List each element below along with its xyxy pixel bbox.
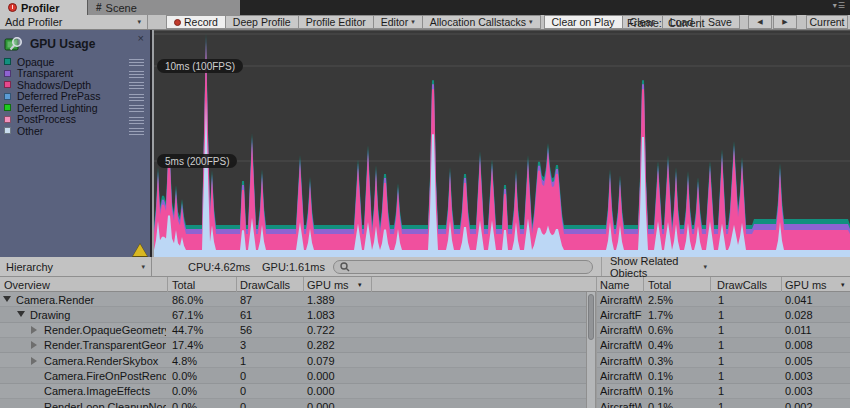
button-label: Record — [184, 16, 218, 28]
col-drawcalls[interactable]: DrawCalls — [240, 279, 290, 291]
search-field[interactable] — [333, 260, 593, 274]
clear-on-play-button[interactable]: Clear on Play — [544, 15, 623, 29]
legend-label: Other — [17, 125, 43, 137]
foldout-down-icon[interactable] — [17, 311, 25, 317]
col-drawcalls-right[interactable]: DrawCalls — [717, 279, 767, 291]
row-name: Camera.ImageEffects — [44, 385, 166, 397]
panel-title: GPU Usage — [30, 37, 95, 51]
legend-item-transparent: Transparent — [0, 68, 150, 80]
button-label: Allocation Callstacks — [430, 16, 526, 28]
obj-drawcalls: 1 — [718, 294, 724, 306]
obj-name: AircraftWi — [600, 339, 642, 351]
pane-divider — [596, 384, 597, 399]
obj-total: 0.4% — [648, 339, 673, 351]
legend-label: Shadows/Depth — [17, 79, 91, 91]
column-divider[interactable] — [236, 277, 237, 292]
allocation-callstacks-button[interactable]: Allocation Callstacks▾ — [422, 15, 541, 29]
gpu-legend: OpaqueTransparentShadows/DepthDeferred P… — [0, 56, 150, 137]
table-row[interactable]: Camera.FireOnPostRender0.0%00.000Aircraf… — [0, 368, 850, 383]
legend-item-opaque: Opaque — [0, 56, 150, 68]
row-gpu-ms: 0.282 — [307, 339, 335, 351]
tab-profiler[interactable]: Profiler — [0, 0, 88, 15]
record-dot-icon — [174, 19, 181, 26]
obj-drawcalls: 1 — [718, 401, 724, 408]
obj-name: AircraftWi — [600, 294, 642, 306]
table-row[interactable]: Render.OpaqueGeometry44.7%560.722Aircraf… — [0, 323, 850, 338]
pane-divider[interactable] — [596, 277, 597, 292]
col-overview[interactable]: Overview — [4, 279, 50, 291]
warning-triangle-icon — [133, 244, 147, 256]
table-row[interactable]: Camera.RenderSkybox4.8%10.079AircraftWi0… — [0, 353, 850, 368]
legend-label: Opaque — [17, 56, 54, 68]
scrollbar-thumb[interactable] — [588, 294, 594, 340]
col-total[interactable]: Total — [172, 279, 195, 291]
search-input[interactable] — [354, 261, 586, 273]
sort-arrow-icon: ▾ — [841, 281, 845, 289]
show-related-objects-dropdown[interactable]: Show Related Objects ▾ — [601, 257, 713, 276]
add-profiler-dropdown[interactable]: Add Profiler ▾ — [0, 15, 148, 29]
row-name: Camera.Render — [16, 294, 166, 306]
button-label: Editor — [381, 16, 408, 28]
col-gpu-ms[interactable]: GPU ms — [307, 279, 349, 291]
deep-profile-button[interactable]: Deep Profile — [225, 15, 299, 29]
vertical-scrollbar[interactable] — [586, 292, 596, 408]
legend-swatch — [4, 127, 11, 134]
row-name: Camera.FireOnPostRender — [44, 370, 166, 382]
obj-gpu-ms: 0.002 — [785, 401, 813, 408]
sort-arrow-icon: ▾ — [358, 281, 362, 289]
foldout-right-icon[interactable] — [31, 326, 37, 334]
obj-name: AircraftFu — [600, 309, 642, 321]
col-name[interactable]: Name — [600, 279, 629, 291]
column-divider[interactable] — [167, 277, 168, 292]
pane-menu-icon[interactable]: ▾☰ — [833, 1, 846, 10]
tab-scene[interactable]: # Scene — [88, 0, 240, 15]
chevron-down-icon: ▾ — [529, 18, 533, 26]
editor-button[interactable]: Editor▾ — [373, 15, 423, 29]
legend-label: Deferred Lighting — [17, 102, 98, 114]
table-row[interactable]: Drawing67.1%611.083AircraftFu1.7%10.028 — [0, 307, 850, 322]
foldout-right-icon[interactable] — [31, 357, 37, 365]
chevron-down-icon: ▾ — [137, 18, 141, 26]
table-row[interactable]: RenderLoop.CleanupNodeC0.0%00.000Aircraf… — [0, 399, 850, 408]
gpu-usage-chart[interactable]: 10ms (100FPS) 5ms (200FPS) — [154, 30, 850, 257]
drag-handle-icon[interactable] — [129, 128, 144, 137]
save-button[interactable]: Save — [700, 15, 740, 29]
table-header-row: Overview Total DrawCalls GPU ms ▾ Name T… — [0, 277, 850, 292]
row-name: Camera.RenderSkybox — [44, 355, 166, 367]
current-frame-button[interactable]: Current — [806, 15, 848, 29]
column-divider[interactable] — [303, 277, 304, 292]
obj-gpu-ms: 0.028 — [785, 309, 813, 321]
obj-name: AircraftWi — [600, 355, 642, 367]
table-row[interactable]: Camera.ImageEffects0.0%00.000AircraftWi0… — [0, 384, 850, 399]
legend-item-shadows-depth: Shadows/Depth — [0, 79, 150, 91]
obj-total: 0.1% — [648, 370, 673, 382]
table-row[interactable]: Render.TransparentGeome17.4%30.282Aircra… — [0, 338, 850, 353]
table-row[interactable]: Camera.Render86.0%871.389AircraftWi2.5%1… — [0, 292, 850, 307]
column-divider[interactable] — [710, 277, 711, 292]
obj-name: AircraftWi — [600, 370, 642, 382]
col-gpu-ms-right[interactable]: GPU ms — [785, 279, 827, 291]
row-drawcalls: 0 — [240, 401, 246, 408]
gpu-time-stat: GPU:1.61ms — [262, 261, 325, 273]
unity-profiler-window: Profiler # Scene ▾☰ Add Profiler ▾ Recor… — [0, 0, 850, 408]
legend-label: Deferred PrePass — [17, 90, 100, 102]
row-gpu-ms: 1.083 — [307, 309, 335, 321]
column-divider[interactable] — [643, 277, 644, 292]
record-button[interactable]: Record — [166, 15, 226, 29]
close-icon[interactable]: × — [138, 33, 144, 43]
search-icon — [340, 262, 350, 272]
profile-editor-button[interactable]: Profile Editor — [298, 15, 374, 29]
row-gpu-ms: 0.000 — [307, 370, 335, 382]
col-total-right[interactable]: Total — [648, 279, 671, 291]
obj-name: AircraftWi — [600, 324, 642, 336]
row-name: Drawing — [30, 309, 166, 321]
frame-next-button[interactable]: ▶ — [773, 15, 797, 29]
column-divider[interactable] — [371, 277, 372, 292]
frame-prev-button[interactable]: ◀ — [748, 15, 772, 29]
row-name: Render.OpaqueGeometry — [44, 324, 166, 336]
foldout-right-icon[interactable] — [31, 341, 37, 349]
foldout-down-icon[interactable] — [3, 296, 11, 302]
hierarchy-dropdown[interactable]: Hierarchy ▾ — [0, 257, 152, 276]
column-divider[interactable] — [781, 277, 782, 292]
obj-gpu-ms: 0.011 — [785, 324, 812, 336]
